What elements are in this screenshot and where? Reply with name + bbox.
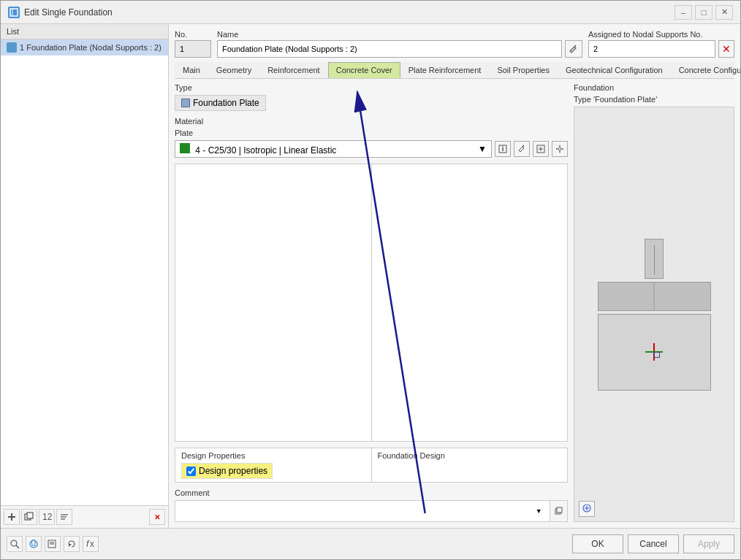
tab-geotechnical-configuration[interactable]: Geotechnical Configuration — [558, 62, 671, 78]
view-button[interactable] — [45, 536, 61, 552]
tab-main[interactable]: Main — [175, 62, 208, 78]
tab-plate-reinforcement[interactable]: Plate Reinforcement — [400, 62, 490, 78]
svg-rect-0 — [10, 9, 18, 16]
cancel-button[interactable]: Cancel — [628, 534, 679, 553]
material-settings-button[interactable] — [552, 141, 568, 157]
remove-button[interactable]: ✕ — [149, 509, 165, 525]
material-edit-button[interactable] — [514, 141, 530, 157]
tab-soil-properties[interactable]: Soil Properties — [489, 62, 558, 78]
copy-button[interactable] — [21, 509, 37, 525]
foundation-label: Foundation — [574, 83, 734, 92]
add-button[interactable] — [4, 509, 20, 525]
material-section: Material Plate 4 - C25/30 | Isotropic | … — [175, 117, 568, 158]
name-row — [217, 40, 582, 58]
left-panel-box — [175, 164, 372, 442]
minimize-button[interactable]: – — [674, 5, 692, 20]
left-panel-toolbar: 12 ✕ — [1, 505, 168, 528]
tab-geometry[interactable]: Geometry — [208, 62, 259, 78]
assigned-row: ✕ — [588, 40, 734, 58]
design-properties-title: Design Properties — [181, 451, 365, 460]
comment-dropdown-button[interactable]: ▼ — [533, 504, 545, 518]
bottom-left-tools: 0.00 fx — [7, 536, 99, 552]
origin-marker — [654, 352, 660, 358]
renumber-button[interactable]: 12 — [39, 509, 55, 525]
tab-concrete-cover[interactable]: Concrete Cover — [328, 62, 400, 78]
design-properties-section: Design Properties Design properties — [175, 448, 372, 483]
foundation-design-title: Foundation Design — [378, 451, 562, 460]
type-value: Foundation Plate — [193, 98, 259, 108]
svg-rect-3 — [11, 513, 12, 521]
name-input[interactable] — [217, 40, 562, 58]
right-panel-box — [372, 164, 569, 442]
preview-action-button[interactable] — [579, 501, 595, 517]
name-label: Name — [217, 30, 582, 39]
svg-text:0.00: 0.00 — [31, 539, 39, 548]
material-info-button[interactable] — [495, 141, 511, 157]
delete-sort-button[interactable] — [56, 509, 72, 525]
material-value: 4 - C25/30 | Isotropic | Linear Elastic — [180, 143, 336, 156]
list-item-label: 1 Foundation Plate (Nodal Supports : 2) — [20, 43, 162, 52]
preview-box — [574, 107, 734, 522]
list-item[interactable]: 1 Foundation Plate (Nodal Supports : 2) — [1, 39, 168, 55]
material-add-button[interactable] — [533, 141, 549, 157]
plate-label: Plate — [175, 129, 568, 137]
type-icon — [181, 99, 190, 107]
foundation-base — [598, 314, 711, 391]
zoom-button[interactable] — [7, 536, 23, 552]
measure-button[interactable]: 0.00 — [26, 536, 42, 552]
foundation-design-section: Foundation Design — [372, 448, 569, 483]
dropdown-chevron-icon: ▼ — [478, 144, 487, 154]
material-color-icon — [180, 143, 190, 153]
design-properties-checkbox-label[interactable]: Design properties — [181, 463, 273, 479]
type-badge: Foundation Plate — [175, 95, 266, 111]
svg-marker-37 — [69, 544, 72, 547]
axis-cross — [645, 343, 663, 361]
svg-line-31 — [16, 545, 19, 548]
design-properties-checkbox-text: Design properties — [199, 466, 267, 476]
right-content: No. Name Assigned to Nodal Supports No. — [169, 24, 740, 528]
no-field-group: No. — [175, 30, 211, 58]
material-dropdown[interactable]: 4 - C25/30 | Isotropic | Linear Elastic … — [175, 140, 492, 158]
ok-button[interactable]: OK — [572, 534, 623, 553]
column-center-line — [654, 245, 655, 275]
content-with-arrow: Type Foundation Plate Material Plate — [175, 83, 734, 522]
comment-input[interactable] — [180, 507, 533, 515]
name-edit-button[interactable] — [565, 40, 582, 58]
formula-button[interactable]: fx — [83, 536, 99, 552]
svg-rect-26 — [557, 507, 562, 513]
svg-line-10 — [574, 45, 576, 47]
assigned-field-group: Assigned to Nodal Supports No. ✕ — [588, 30, 734, 58]
close-button[interactable]: ✕ — [715, 5, 733, 20]
main-window: Edit Single Foundation – □ ✕ List 1 Foun… — [0, 0, 741, 560]
tab-concrete-configuration[interactable]: Concrete Configuration — [671, 62, 740, 78]
assigned-clear-button[interactable]: ✕ — [718, 40, 734, 58]
foundation-mid — [598, 282, 711, 311]
app-icon — [8, 7, 20, 18]
apply-button[interactable]: Apply — [683, 534, 734, 553]
form-area: Type Foundation Plate Material Plate — [175, 83, 568, 522]
assigned-input[interactable] — [588, 40, 715, 58]
maximize-button[interactable]: □ — [695, 5, 712, 20]
svg-line-16 — [522, 145, 524, 147]
assigned-label: Assigned to Nodal Supports No. — [588, 30, 734, 39]
type-label: Type — [175, 83, 568, 92]
left-panel: List 1 Foundation Plate (Nodal Supports … — [1, 24, 169, 528]
no-label: No. — [175, 30, 211, 39]
svg-text:12: 12 — [42, 512, 52, 522]
svg-point-30 — [11, 540, 17, 546]
comment-label: Comment — [175, 488, 568, 497]
comment-input-area[interactable]: ▼ — [175, 500, 550, 522]
material-label: Material — [175, 117, 568, 126]
list-item-icon — [7, 42, 17, 53]
tab-reinforcement[interactable]: Reinforcement — [259, 62, 328, 78]
svg-rect-5 — [27, 513, 33, 518]
svg-point-15 — [502, 146, 503, 147]
tabs-container: Main Geometry Reinforcement Concrete Cov… — [175, 62, 734, 79]
bottom-bar: 0.00 fx OK Cancel Apply — [1, 528, 740, 559]
rotate-button[interactable] — [64, 536, 80, 552]
no-input[interactable] — [175, 40, 211, 58]
design-properties-checkbox[interactable] — [186, 467, 196, 476]
comment-copy-button[interactable] — [550, 500, 568, 522]
top-row: No. Name Assigned to Nodal Supports No. — [175, 30, 734, 58]
design-row: Design Properties Design properties Foun… — [175, 448, 568, 483]
